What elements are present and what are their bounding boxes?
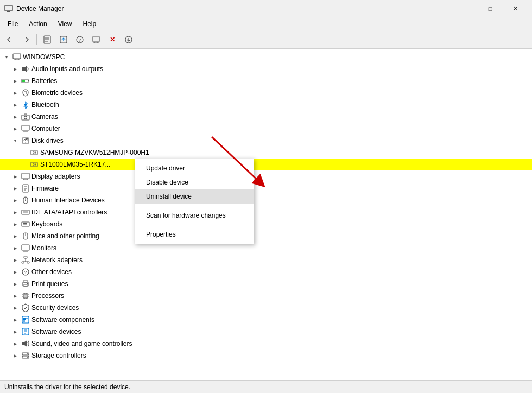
- menu-action[interactable]: Action: [23, 19, 52, 29]
- disk-drives-expand[interactable]: ▾: [11, 136, 20, 145]
- monitors-expand[interactable]: ▶: [11, 244, 20, 252]
- menu-view[interactable]: View: [53, 19, 78, 29]
- svg-rect-56: [26, 223, 27, 224]
- cameras-expand[interactable]: ▶: [11, 112, 20, 121]
- tree-node-st1000[interactable]: ST1000LM035-1RK17...: [0, 159, 532, 170]
- tree-node-software-components[interactable]: ▶ Software components: [0, 314, 532, 326]
- toolbar-scan-button[interactable]: [88, 33, 104, 47]
- toolbar-disable-button[interactable]: ✕: [105, 33, 120, 47]
- software-devices-expand[interactable]: ▶: [11, 327, 20, 336]
- tree-node-network[interactable]: ▶ Network adapters: [0, 254, 532, 266]
- biometric-expand[interactable]: ▶: [11, 88, 20, 97]
- hid-expand[interactable]: ▶: [11, 196, 20, 205]
- minimize-button[interactable]: ─: [453, 0, 478, 17]
- audio-expand[interactable]: ▶: [11, 65, 20, 73]
- tree-node-disk-drives[interactable]: ▾ Disk drives: [0, 135, 532, 147]
- audio-label: Audio inputs and outputs: [31, 65, 103, 73]
- svg-rect-77: [24, 295, 27, 297]
- tree-node-computer[interactable]: ▶ Computer: [0, 123, 532, 135]
- security-expand[interactable]: ▶: [11, 303, 20, 312]
- toolbar-properties-button[interactable]: [40, 33, 55, 47]
- main-content[interactable]: ▾ WINDOWSPC ▶ Audio input: [0, 49, 532, 380]
- window-title: Device Manager: [16, 5, 453, 12]
- sound-expand[interactable]: ▶: [11, 339, 20, 348]
- ide-expand[interactable]: ▶: [11, 208, 20, 217]
- tree-root[interactable]: ▾ WINDOWSPC: [0, 51, 532, 63]
- other-icon: ?: [21, 268, 30, 276]
- svg-rect-89: [23, 320, 25, 322]
- tree-node-audio[interactable]: ▶ Audio inputs and outputs: [0, 63, 532, 75]
- firmware-icon: [21, 184, 30, 193]
- mice-expand[interactable]: ▶: [11, 232, 20, 240]
- storage-label: Storage controllers: [31, 352, 86, 359]
- tree-node-monitors[interactable]: ▶ Monitors: [0, 242, 532, 254]
- tree-node-firmware[interactable]: ▶ Firmware: [0, 182, 532, 194]
- context-separator-1: [135, 206, 254, 206]
- tree-node-cameras[interactable]: ▶ Cameras: [0, 111, 532, 123]
- toolbar-update-button[interactable]: [56, 33, 71, 47]
- tree-node-processors[interactable]: ▶ Processors: [0, 290, 532, 302]
- svg-point-75: [27, 283, 28, 284]
- processors-expand[interactable]: ▶: [11, 291, 20, 300]
- computer-device-icon: [21, 124, 30, 133]
- software-components-expand[interactable]: ▶: [11, 315, 20, 324]
- firmware-expand[interactable]: ▶: [11, 184, 20, 193]
- svg-rect-19: [22, 67, 24, 71]
- disk-icon: [21, 136, 30, 145]
- context-scan-hardware[interactable]: Scan for hardware changes: [135, 208, 254, 223]
- toolbar-help-button[interactable]: ?: [72, 33, 87, 47]
- tree-node-sound[interactable]: ▶ Sound, video and game controllers: [0, 338, 532, 350]
- tree-node-batteries[interactable]: ▶ Batteries: [0, 75, 532, 87]
- print-expand[interactable]: ▶: [11, 280, 20, 288]
- root-expand[interactable]: ▾: [2, 53, 11, 61]
- tree-node-software-devices[interactable]: ▶ Software devices: [0, 326, 532, 338]
- sound-icon: [21, 339, 30, 348]
- context-properties[interactable]: Properties: [135, 227, 254, 242]
- app-icon: [4, 4, 13, 13]
- computer-expand[interactable]: ▶: [11, 124, 20, 133]
- tree-node-storage[interactable]: ▶ Storage controllers: [0, 350, 532, 362]
- maximize-button[interactable]: □: [478, 0, 503, 17]
- tree-node-biometric[interactable]: ▶ Biometric devices: [0, 87, 532, 99]
- forward-button[interactable]: [18, 33, 34, 47]
- tree-node-security[interactable]: ▶ Security devices: [0, 302, 532, 314]
- svg-rect-53: [22, 222, 29, 226]
- toolbar-download-button[interactable]: [121, 33, 136, 47]
- tree-node-mice[interactable]: ▶ Mice and other pointing: [0, 230, 532, 242]
- tree-node-print[interactable]: ▶ Print queues: [0, 278, 532, 290]
- software-devices-icon: [21, 327, 30, 336]
- menu-bar: File Action View Help: [0, 17, 532, 30]
- svg-rect-57: [23, 225, 27, 226]
- other-expand[interactable]: ▶: [11, 268, 20, 276]
- tree-node-samsung[interactable]: SAMSUNG MZVKW512HMJP-000H1: [0, 147, 532, 159]
- bluetooth-icon: [21, 100, 30, 109]
- storage-expand[interactable]: ▶: [11, 351, 20, 360]
- svg-point-31: [25, 140, 26, 141]
- back-button[interactable]: [2, 33, 17, 47]
- tree-node-display[interactable]: ▶ Display adapters: [0, 170, 532, 182]
- tree-node-hid[interactable]: ▶ Human Interface Devices: [0, 194, 532, 206]
- batteries-expand[interactable]: ▶: [11, 77, 20, 85]
- ide-label: IDE ATA/ATAPI controllers: [31, 208, 107, 216]
- computer-icon: [12, 53, 21, 61]
- context-disable-device[interactable]: Disable device: [135, 175, 254, 189]
- display-icon: [21, 172, 30, 181]
- close-button[interactable]: ✕: [503, 0, 528, 17]
- keyboard-icon: [21, 220, 30, 229]
- tree-node-ide[interactable]: ▶ IDE ATA/ATAPI controllers: [0, 206, 532, 218]
- menu-file[interactable]: File: [2, 19, 23, 29]
- tree-node-bluetooth[interactable]: ▶ Bluetooth: [0, 99, 532, 111]
- display-expand[interactable]: ▶: [11, 172, 20, 181]
- disk-drives-label: Disk drives: [31, 137, 64, 144]
- context-uninstall-device[interactable]: Uninstall device: [135, 189, 254, 204]
- svg-rect-10: [92, 37, 100, 41]
- menu-help[interactable]: Help: [78, 19, 102, 29]
- network-expand[interactable]: ▶: [11, 256, 20, 264]
- mice-label: Mice and other pointing: [31, 232, 99, 240]
- tree-node-other[interactable]: ▶ ? Other devices: [0, 266, 532, 278]
- keyboards-expand[interactable]: ▶: [11, 220, 20, 229]
- svg-rect-60: [22, 245, 29, 250]
- bluetooth-expand[interactable]: ▶: [11, 100, 20, 109]
- tree-node-keyboards[interactable]: ▶ Keyboards: [0, 218, 532, 230]
- context-update-driver[interactable]: Update driver: [135, 161, 254, 175]
